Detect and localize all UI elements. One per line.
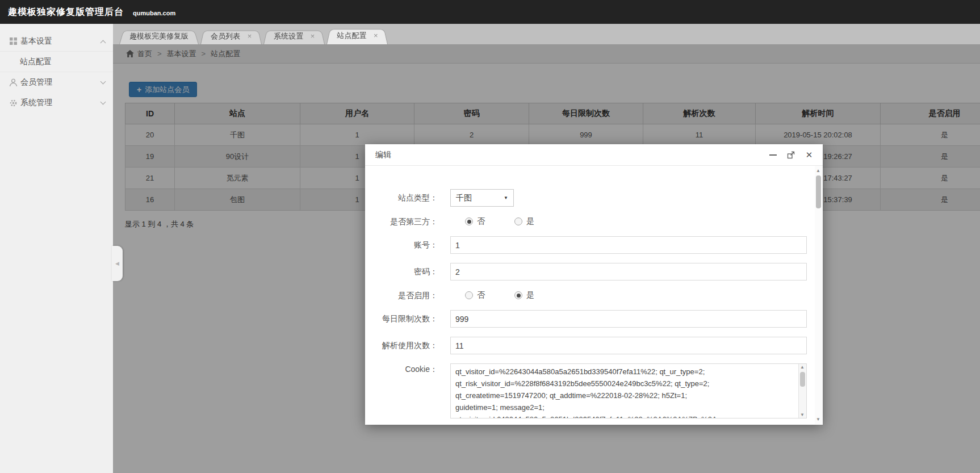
field-label-third-party: 是否第三方： <box>365 216 450 227</box>
dialog-title: 编辑 <box>375 150 391 160</box>
scroll-down-icon[interactable]: ▼ <box>816 417 820 422</box>
tab-label: 站点配置 <box>337 31 366 40</box>
collapse-left-icon: ◀ <box>115 261 119 266</box>
tab-close-icon[interactable]: × <box>248 32 252 40</box>
tab-site-config[interactable]: 站点配置 × <box>326 27 388 44</box>
radio-label: 否 <box>477 290 485 300</box>
field-label-password: 密码： <box>365 263 450 281</box>
scrollbar-thumb[interactable] <box>800 372 805 387</box>
tab-label: 会员列表 <box>211 32 240 40</box>
sidebar-item-label: 会员管理 <box>20 77 52 87</box>
sidebar-subitem-label: 站点配置 <box>20 57 52 67</box>
tab-bar: 趣模板完美修复版 会员列表 × 系统设置 × 站点配置 × <box>113 24 980 44</box>
scrollbar-thumb[interactable] <box>816 175 821 208</box>
site-type-select[interactable]: 千图 ▼ <box>450 189 514 207</box>
minimize-button[interactable] <box>768 150 777 160</box>
chevron-down-icon: ▼ <box>504 195 508 200</box>
site-domain: qumuban.com <box>133 10 175 16</box>
enabled-yes-radio[interactable]: 是 <box>514 290 534 300</box>
radio-checked-icon <box>514 291 522 299</box>
sidebar-item-label: 基本设置 <box>20 36 52 47</box>
daily-limit-input[interactable] <box>450 310 807 328</box>
maximize-icon <box>787 151 795 159</box>
scroll-up-icon[interactable]: ▲ <box>816 168 820 173</box>
radio-unchecked-icon <box>514 217 522 225</box>
minimize-icon <box>769 154 777 156</box>
topbar: 趣模板独家修复版管理后台 qumuban.com <box>0 0 980 24</box>
dialog-scrollbar[interactable]: ▲ ▼ <box>815 166 822 424</box>
field-label-parse-used: 解析使用次数： <box>365 337 450 354</box>
tab-label: 系统设置 <box>274 32 303 40</box>
sidebar: 基本设置 站点配置 会员管理 系统管理 <box>0 24 113 473</box>
field-label-enabled: 是否启用： <box>365 290 450 301</box>
parse-used-input[interactable] <box>450 337 807 354</box>
edit-dialog: 编辑 ✕ 站点类型： 千图 ▼ 是否第三方： <box>365 144 823 425</box>
close-icon: ✕ <box>806 150 813 159</box>
cookie-value: qt_visitor_id=%22643044a580a5a2651bd3395… <box>451 364 798 418</box>
tab-home[interactable]: 趣模板完美修复版 <box>119 29 199 44</box>
dialog-body: 站点类型： 千图 ▼ 是否第三方： 否 是 <box>365 166 823 424</box>
scroll-down-icon[interactable]: ▼ <box>800 412 805 417</box>
textarea-scrollbar[interactable]: ▲ ▼ <box>798 364 806 418</box>
sidebar-item-member-management[interactable]: 会员管理 <box>0 72 113 93</box>
tab-label: 趣模板完美修复版 <box>129 32 189 40</box>
sidebar-item-site-config[interactable]: 站点配置 <box>0 52 113 72</box>
grid-icon <box>9 37 18 46</box>
radio-checked-icon <box>465 217 473 225</box>
field-label-cookie: Cookie： <box>365 363 450 418</box>
third-party-no-radio[interactable]: 否 <box>465 216 485 227</box>
field-label-account: 账号： <box>365 236 450 254</box>
select-value: 千图 <box>456 193 472 203</box>
account-input[interactable] <box>450 236 807 254</box>
radio-label: 否 <box>477 216 485 227</box>
radio-label: 是 <box>526 216 534 227</box>
sidebar-item-label: 系统管理 <box>20 98 52 108</box>
password-input[interactable] <box>450 263 807 281</box>
tab-member-list[interactable]: 会员列表 × <box>200 29 262 44</box>
gear-icon <box>9 98 18 107</box>
dialog-header: 编辑 ✕ <box>365 144 823 166</box>
chevron-down-icon <box>100 99 106 104</box>
enabled-no-radio[interactable]: 否 <box>465 290 485 300</box>
user-icon <box>9 78 18 87</box>
sidebar-item-basic-settings[interactable]: 基本设置 <box>0 31 113 52</box>
tab-close-icon[interactable]: × <box>311 32 315 40</box>
radio-unchecked-icon <box>465 291 473 299</box>
sidebar-item-system-management[interactable]: 系统管理 <box>0 93 113 113</box>
third-party-yes-radio[interactable]: 是 <box>514 216 534 227</box>
app-title: 趣模板独家修复版管理后台 <box>8 6 124 18</box>
chevron-down-icon <box>100 78 106 84</box>
tab-system-settings[interactable]: 系统设置 × <box>263 29 325 44</box>
cookie-textarea[interactable]: qt_visitor_id=%22643044a580a5a2651bd3395… <box>450 363 807 418</box>
close-button[interactable]: ✕ <box>805 150 814 160</box>
chevron-up-icon <box>100 40 106 45</box>
field-label-daily-limit: 每日限制次数： <box>365 310 450 328</box>
tab-close-icon[interactable]: × <box>374 31 378 40</box>
scroll-up-icon[interactable]: ▲ <box>800 365 805 370</box>
field-label-site-type: 站点类型： <box>365 189 450 207</box>
maximize-button[interactable] <box>786 150 795 160</box>
sidebar-collapse-handle[interactable]: ◀ <box>112 246 123 281</box>
radio-label: 是 <box>526 290 534 300</box>
